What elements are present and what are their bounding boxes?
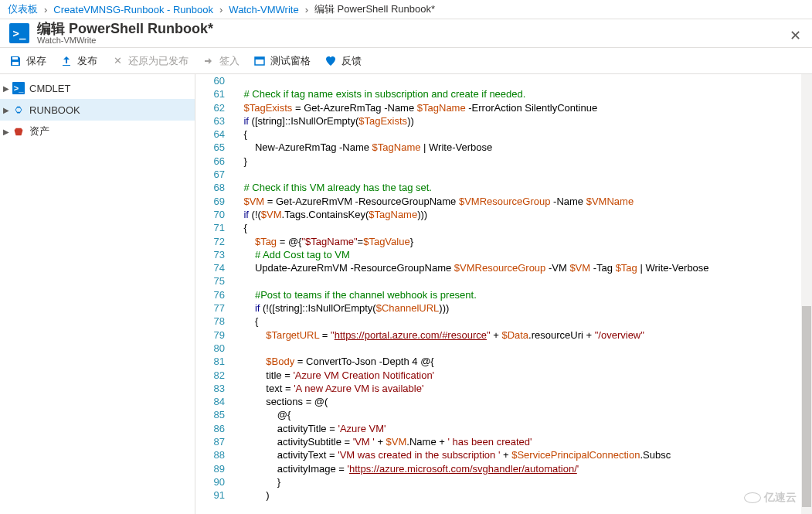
title-bar: >_ 编辑 PowerShell Runbook* Watch-VMWrite … — [0, 19, 812, 48]
feedback-button[interactable]: 反馈 — [324, 54, 362, 68]
checkin-button[interactable]: 签入 — [202, 54, 240, 68]
heart-icon — [324, 55, 337, 67]
chevron-right-icon: › — [44, 4, 47, 15]
toolbar-label: 保存 — [26, 54, 46, 68]
toolbar-label: 还原为已发布 — [128, 54, 189, 68]
revert-button[interactable]: ✕ 还原为已发布 — [111, 54, 189, 68]
runbook-icon — [12, 104, 25, 116]
save-icon — [9, 55, 22, 67]
breadcrumb-current: 编辑 PowerShell Runbook* — [314, 2, 435, 16]
svg-rect-1 — [255, 57, 264, 60]
vertical-scrollbar[interactable] — [801, 74, 812, 514]
toolbar: 保存 发布 ✕ 还原为已发布 签入 测试窗格 反馈 — [0, 48, 812, 74]
sidebar-item-label: RUNBOOK — [29, 104, 80, 116]
save-button[interactable]: 保存 — [9, 54, 46, 68]
chevron-right-icon: ▶ — [3, 106, 11, 114]
chevron-right-icon: › — [305, 4, 308, 15]
toolbar-label: 签入 — [219, 54, 240, 68]
watermark: 亿速云 — [744, 491, 797, 505]
powershell-icon: >_ — [9, 23, 29, 43]
code-content[interactable]: # Check if tag name exists in subscripti… — [233, 74, 812, 514]
page-subtitle: Watch-VMWrite — [37, 36, 213, 45]
close-icon: ✕ — [111, 55, 124, 67]
sidebar-item-assets[interactable]: ▶ 资产 — [0, 121, 195, 142]
scrollbar-thumb[interactable] — [802, 306, 811, 507]
checkin-icon — [202, 55, 215, 67]
publish-button[interactable]: 发布 — [60, 54, 97, 68]
sidebar-item-label: CMDLET — [29, 83, 70, 94]
breadcrumb: 仪表板 › CreateVMNSG-Runbook - Runbook › Wa… — [0, 0, 812, 19]
watermark-text: 亿速云 — [764, 491, 797, 505]
chevron-right-icon: ▶ — [3, 84, 11, 93]
breadcrumb-item[interactable]: Watch-VMWrite — [229, 4, 298, 15]
testpane-button[interactable]: 测试窗格 — [253, 54, 311, 68]
toolbar-label: 发布 — [77, 54, 97, 68]
page-title: 编辑 PowerShell Runbook* — [37, 22, 213, 36]
sidebar-item-runbook[interactable]: ▶ RUNBOOK — [0, 99, 195, 121]
sidebar: ▶ >_ CMDLET ▶ RUNBOOK ▶ 资产 — [0, 74, 195, 514]
close-button[interactable]: ✕ — [787, 24, 804, 47]
sidebar-item-cmdlet[interactable]: ▶ >_ CMDLET — [0, 77, 195, 99]
breadcrumb-item[interactable]: 仪表板 — [8, 2, 38, 16]
chevron-right-icon: › — [219, 4, 223, 15]
chevron-right-icon: ▶ — [3, 128, 11, 136]
breadcrumb-item[interactable]: CreateVMNSG-Runbook - Runbook — [53, 4, 213, 15]
sidebar-item-label: 资产 — [29, 124, 49, 138]
line-numbers: 6061626364656667686970717273747576777879… — [195, 74, 233, 514]
testpane-icon — [253, 55, 266, 67]
toolbar-label: 测试窗格 — [270, 54, 311, 68]
cmdlet-icon: >_ — [12, 82, 25, 94]
toolbar-label: 反馈 — [341, 54, 362, 68]
asset-icon — [12, 125, 25, 138]
watermark-icon — [744, 492, 761, 503]
upload-icon — [60, 55, 73, 67]
code-editor[interactable]: 6061626364656667686970717273747576777879… — [195, 74, 812, 514]
